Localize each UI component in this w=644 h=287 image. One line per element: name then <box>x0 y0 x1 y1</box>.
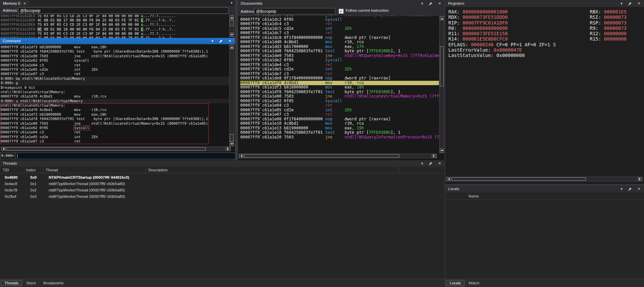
scroll-up-icon[interactable] <box>230 45 234 49</box>
disassembly-row[interactable]: 00007ff9`c61a1de7 c3 ret <box>240 72 439 76</box>
last-status-row[interactable]: LastStatusValue: 0x00000000 <box>448 53 644 58</box>
disassembly-row[interactable]: 00007ff9`c61a1e08 0f1f840000000000 nop d… <box>240 117 439 122</box>
tab-threads[interactable]: Threads <box>1 280 22 286</box>
column-header-name[interactable]: Name <box>468 192 479 200</box>
disassembly-row[interactable]: 00007ff9`c61a1de5 cd2e int 2Eh <box>240 67 439 72</box>
command-vscrollbar[interactable] <box>229 45 234 147</box>
scroll-down-icon[interactable] <box>440 149 444 153</box>
disassembly-hscroll-thumb[interactable] <box>244 154 399 158</box>
close-icon[interactable]: ✕ <box>637 0 641 7</box>
chevron-down-icon[interactable]: ▾ <box>210 38 215 44</box>
disassembly-address-input[interactable] <box>254 8 336 14</box>
command-input[interactable] <box>15 153 235 159</box>
thread-row[interactable]: 0x4ac80x1ntdll!TppWorkerThread (00007ff9… <box>0 181 445 187</box>
disassembly-titlebar[interactable]: Disassembly ▾ ✕ <box>238 0 445 7</box>
memory-scroll-thumb[interactable] <box>230 20 234 26</box>
disassembly-row[interactable]: 00007ff9`c61a1e00 7503 jne ntdll!NtAlloc… <box>240 94 439 99</box>
scroll-left-icon[interactable] <box>239 154 244 158</box>
register-row[interactable]: R11: 00000073FE51E158 R12: 00000000 <box>448 31 644 36</box>
disassembly-row[interactable]: 00007ff9`c61a1dc8 0f1f840000000000 nop d… <box>240 36 439 40</box>
tab-locals[interactable]: Locals <box>446 280 464 286</box>
memory-hex-view[interactable]: 00007FF9C61A1DC0 75 03 0F 05 C3 CD 2E C3… <box>1 15 229 38</box>
registers-hscrollbar[interactable] <box>446 177 643 181</box>
scroll-down-icon[interactable] <box>230 33 234 37</box>
scroll-up-icon[interactable] <box>440 16 444 20</box>
close-icon[interactable]: ✕ <box>437 0 442 7</box>
close-icon[interactable]: ✕ <box>637 185 641 192</box>
disassembly-row[interactable]: 00007ff9`c61a1de2 0f05 syscall <box>240 58 439 63</box>
memory-vscrollbar[interactable] <box>229 15 234 37</box>
disassembly-listing[interactable]: 00007ff9`c61a1dc0 7503 jne ntdll!NtQuery… <box>238 16 439 153</box>
command-hscroll-thumb[interactable] <box>6 147 206 151</box>
scroll-left-icon[interactable] <box>447 177 451 181</box>
disassembly-row[interactable]: 00007ff9`c61a1dc5 cd2e int 2Eh <box>240 26 439 31</box>
pin-icon[interactable] <box>429 2 433 6</box>
disassembly-row[interactable]: 00007ff9`c61a1e10 4c8bd1 mov r10, rcx <box>240 121 439 126</box>
memory-address-input[interactable] <box>18 7 229 14</box>
disassembly-row[interactable]: 00007ff9`c61a1de0 7503 jne ntdll!NtQuery… <box>240 54 439 58</box>
threads-titlebar[interactable]: Threads ▾ ✕ <box>0 160 445 167</box>
register-row[interactable]: RIP: 00007FF9C61A1DF0 RSP: 00000073 <box>448 20 644 25</box>
disassembly-row[interactable]: 00007ff9`c61a1e02 0f05 syscall <box>240 99 439 104</box>
last-error-row[interactable]: LastErrorValue: 0x0000047E <box>448 47 644 53</box>
tab-stack[interactable]: Stack <box>23 280 39 286</box>
tab-watch[interactable]: Watch <box>465 280 483 286</box>
pin-icon[interactable] <box>219 39 224 43</box>
chevron-down-icon[interactable]: ▾ <box>619 0 624 7</box>
registers-hscroll-thumb[interactable] <box>452 177 586 181</box>
tab-breakpoints[interactable]: Breakpoints <box>40 280 67 286</box>
disassembly-row[interactable]: 00007ff9`c61a1de4 c3 ret <box>240 63 439 67</box>
registers-list[interactable]: RAX: 0000000000001000 RBX: 000001E5RDX: … <box>448 9 644 58</box>
scroll-down-icon[interactable] <box>230 142 234 146</box>
tab-memory-0[interactable]: Memory 0 ✕ <box>0 0 29 7</box>
disassembly-row[interactable]: 00007ff9`c61a1dd3 b817000000 mov eax, 17… <box>240 45 439 49</box>
disassembly-hscrollbar[interactable] <box>239 154 437 158</box>
command-output[interactable]: 00007ff9`c61a1df3 b818000000 mov eax,18h… <box>0 44 229 147</box>
command-titlebar[interactable]: Command ▾ ✕ <box>0 38 235 44</box>
scroll-right-icon[interactable] <box>638 177 642 181</box>
thread-row[interactable]: 0x46900x0NTAPI!mainCRTStartup (00007ff6`… <box>0 174 445 181</box>
thread-row[interactable]: 0x2fa40x3ntdll!TppWorkerThread (00007ff9… <box>0 193 445 200</box>
current-instruction-row[interactable]: 00007ff9`c61a1df0 4c8bd1 mov r10, rcx <box>240 81 439 85</box>
scroll-right-icon[interactable] <box>226 147 230 151</box>
register-row[interactable]: RDX: 00000073FE51DDD0 RSI: 00000073 <box>448 14 644 20</box>
disassembly-row[interactable]: 00007ff9`c61a1dc4 c3 ret <box>240 22 439 26</box>
disassembly-row[interactable]: 00007ff9`c61a1e20 7503 jne ntdll!NtQuery… <box>240 135 439 140</box>
disassembly-row[interactable]: 00007ff9`c61a1e13 b819000000 mov eax, 19… <box>240 126 439 131</box>
pin-icon[interactable] <box>429 162 433 166</box>
pin-icon[interactable] <box>628 2 633 6</box>
chevron-down-icon[interactable]: ▾ <box>231 1 233 5</box>
disassembly-row[interactable]: 00007ff9`c61a1dc7 c3 ret <box>240 31 439 36</box>
registers-titlebar[interactable]: Registers ▾ ✕ <box>445 0 644 7</box>
scroll-left-icon[interactable] <box>1 147 6 151</box>
register-row[interactable]: RAX: 0000000000001000 RBX: 000001E5 <box>448 9 644 14</box>
column-header-index[interactable]: Index <box>26 167 36 173</box>
column-header-description[interactable]: Description <box>148 167 168 173</box>
close-icon[interactable]: ✕ <box>23 2 26 5</box>
eflags-row[interactable]: EFLAGS: 00000246 CF=0 PF=1 AF=0 ZF=1 S <box>448 42 644 47</box>
locals-titlebar[interactable]: Locals ▾ ✕ <box>445 185 644 192</box>
disassembly-row[interactable]: 00007ff9`c61a1e05 cd2e int 2Eh <box>240 108 439 113</box>
disassembly-row[interactable]: 00007ff9`c61a1e18 f604250803fe7f01 test … <box>240 130 439 135</box>
scroll-up-icon[interactable] <box>230 15 234 19</box>
chevron-down-icon[interactable]: ▾ <box>420 0 425 7</box>
disassembly-row[interactable]: 00007ff9`c61a1dd8 f604250803fe7f01 test … <box>240 49 439 54</box>
disassembly-row[interactable]: 00007ff9`c61a1df8 f604250803fe7f01 test … <box>240 90 439 95</box>
command-hscrollbar[interactable] <box>1 147 231 151</box>
disassembly-scroll-thumb[interactable] <box>440 46 444 87</box>
disassembly-row[interactable]: 00007ff9`c61a1e07 c3 ret <box>240 112 439 117</box>
thread-row[interactable]: 0x3e780x2ntdll!TppWorkerThread (00007ff9… <box>0 187 445 193</box>
disassembly-row[interactable]: 00007ff9`c61a1dc2 0f05 syscall <box>240 17 439 22</box>
chevron-down-icon[interactable]: ▾ <box>619 185 624 192</box>
pin-icon[interactable] <box>628 187 633 191</box>
disassembly-vscrollbar[interactable] <box>439 16 444 153</box>
disassembly-row[interactable]: 00007ff9`c61a1dd0 4c8bd1 mov r10, rcx <box>240 40 439 45</box>
disassembly-row[interactable]: 00007ff9`c61a1de8 0f1f840000000000 nop d… <box>240 76 439 81</box>
close-icon[interactable]: ✕ <box>437 160 442 167</box>
column-header-thread[interactable]: Thread <box>46 167 58 173</box>
column-header-tid[interactable]: TID <box>3 167 9 173</box>
command-scroll-thumb[interactable] <box>230 134 234 141</box>
register-row[interactable]: R8: 0000000000000000 R9: 00000073 <box>448 25 644 31</box>
scroll-right-icon[interactable] <box>432 154 436 158</box>
disassembly-row[interactable]: 00007ff9`c61a1e04 c3 ret <box>240 103 439 108</box>
